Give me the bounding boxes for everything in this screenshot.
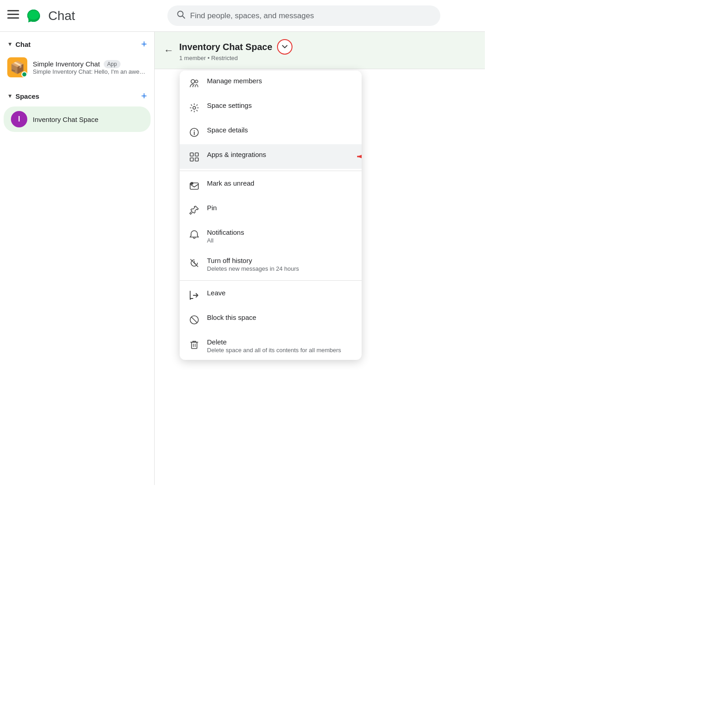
chat-info: Simple Inventory Chat App Simple Invento… (33, 60, 147, 75)
block-space-label: Block this space (207, 313, 353, 321)
menu-item-turn-off-history[interactable]: Turn off history Deletes new messages in… (180, 250, 362, 278)
chat-section-label: Chat (15, 40, 30, 48)
svg-point-9 (193, 106, 196, 109)
menu-item-space-settings[interactable]: Space settings (180, 95, 362, 120)
history-off-label: Turn off history (207, 257, 353, 264)
main-layout: ▼ Chat + 📦 Simple Inventory Chat App Sim… (0, 32, 485, 485)
spaces-chevron-icon: ▼ (7, 93, 13, 99)
space-settings-label: Space settings (207, 101, 353, 109)
menu-item-space-details[interactable]: Space details (180, 120, 362, 144)
settings-icon (189, 102, 200, 113)
app-logo (25, 7, 43, 25)
menu-item-notifications[interactable]: Notifications All (180, 222, 362, 250)
svg-point-12 (194, 130, 195, 131)
manage-members-text: Manage members (207, 77, 353, 85)
menu-item-leave[interactable]: Leave (180, 283, 362, 307)
search-placeholder-text: Find people, spaces, and messages (190, 11, 314, 20)
sidebar: ▼ Chat + 📦 Simple Inventory Chat App Sim… (0, 32, 155, 485)
chat-preview: Simple Inventory Chat: Hello, I'm an awe… (33, 68, 147, 75)
header-left: Chat (7, 7, 162, 25)
svg-rect-14 (195, 153, 198, 156)
space-initial: I (18, 115, 20, 123)
mark-unread-text: Mark as unread (207, 179, 353, 187)
space-details-label: Space details (207, 126, 353, 134)
dropdown-menu: Manage members Space settings (180, 71, 362, 360)
svg-point-7 (191, 80, 195, 83)
leave-label: Leave (207, 289, 353, 297)
add-space-button[interactable]: + (141, 91, 147, 101)
svg-rect-1 (7, 14, 19, 15)
menu-icon[interactable] (7, 10, 19, 22)
chat-section-header[interactable]: ▼ Chat + (0, 35, 154, 53)
space-avatar: I (11, 111, 27, 127)
app-name: Chat (48, 9, 75, 23)
apps-icon (189, 152, 200, 162)
apps-integrations-text: Apps & integrations (207, 151, 353, 158)
svg-rect-15 (190, 158, 193, 161)
back-button[interactable]: ← (164, 45, 174, 56)
space-meta: 1 member • Restricted (179, 55, 292, 61)
spaces-section: ▼ Spaces + I Inventory Chat Space (0, 87, 154, 132)
block-icon (189, 314, 200, 325)
info-icon (189, 127, 200, 138)
space-title: Inventory Chat Space (179, 42, 272, 52)
svg-rect-16 (195, 158, 198, 161)
notifications-label: Notifications (207, 228, 353, 236)
content-header: ← Inventory Chat Space 1 member • Restri… (155, 32, 485, 69)
search-icon (176, 10, 186, 21)
avatar-container: 📦 (7, 57, 27, 77)
space-title-group: Inventory Chat Space 1 member • Restrict… (179, 39, 292, 61)
chat-name-row: Simple Inventory Chat App (33, 60, 147, 68)
app-header: Chat Find people, spaces, and messages (0, 0, 485, 32)
delete-label: Delete (207, 338, 353, 346)
menu-item-manage-members[interactable]: Manage members (180, 71, 362, 95)
svg-rect-13 (190, 153, 193, 156)
red-arrow-annotation (353, 145, 362, 168)
history-off-sublabel: Deletes new messages in 24 hours (207, 265, 353, 272)
space-dropdown-button[interactable] (277, 39, 292, 55)
delete-sublabel: Delete space and all of its contents for… (207, 347, 353, 354)
list-item[interactable]: 📦 Simple Inventory Chat App Simple Inven… (0, 53, 154, 82)
leave-icon (189, 290, 200, 301)
block-space-text: Block this space (207, 313, 353, 321)
manage-members-icon (189, 78, 200, 89)
content-area: ← Inventory Chat Space 1 member • Restri… (155, 32, 485, 485)
spaces-section-header[interactable]: ▼ Spaces + (0, 87, 154, 105)
svg-line-22 (192, 317, 197, 323)
mark-unread-label: Mark as unread (207, 179, 353, 187)
app-badge: App (104, 60, 121, 68)
apps-integrations-label: Apps & integrations (207, 151, 353, 158)
delete-text: Delete Delete space and all of its conte… (207, 338, 353, 354)
svg-line-6 (182, 16, 185, 18)
mark-unread-icon (189, 180, 200, 191)
online-status-dot (21, 71, 27, 77)
space-settings-text: Space settings (207, 101, 353, 109)
search-bar[interactable]: Find people, spaces, and messages (167, 5, 440, 26)
pin-icon (189, 205, 200, 216)
menu-item-mark-unread[interactable]: Mark as unread (180, 173, 362, 197)
svg-line-20 (191, 259, 198, 267)
delete-icon (189, 339, 200, 350)
chat-chevron-icon: ▼ (7, 41, 13, 47)
menu-item-block-space[interactable]: Block this space (180, 307, 362, 332)
menu-item-pin[interactable]: Pin (180, 197, 362, 222)
space-name: Inventory Chat Space (33, 116, 98, 123)
spaces-section-left: ▼ Spaces (7, 92, 39, 100)
pin-text: Pin (207, 204, 353, 212)
menu-item-apps-integrations[interactable]: Apps & integrations (180, 144, 362, 169)
menu-divider-2 (180, 280, 362, 281)
svg-rect-0 (7, 10, 19, 11)
chat-section-left: ▼ Chat (7, 40, 30, 48)
svg-point-8 (195, 80, 198, 83)
spaces-section-label: Spaces (15, 92, 40, 100)
notifications-icon (189, 229, 200, 240)
add-chat-button[interactable]: + (141, 39, 147, 49)
chat-name: Simple Inventory Chat (33, 60, 100, 68)
list-item[interactable]: I Inventory Chat Space (4, 106, 151, 132)
menu-item-delete[interactable]: Delete Delete space and all of its conte… (180, 332, 362, 360)
history-off-text: Turn off history Deletes new messages in… (207, 257, 353, 272)
svg-rect-23 (192, 342, 197, 349)
space-details-text: Space details (207, 126, 353, 134)
pin-label: Pin (207, 204, 353, 212)
leave-text: Leave (207, 289, 353, 297)
